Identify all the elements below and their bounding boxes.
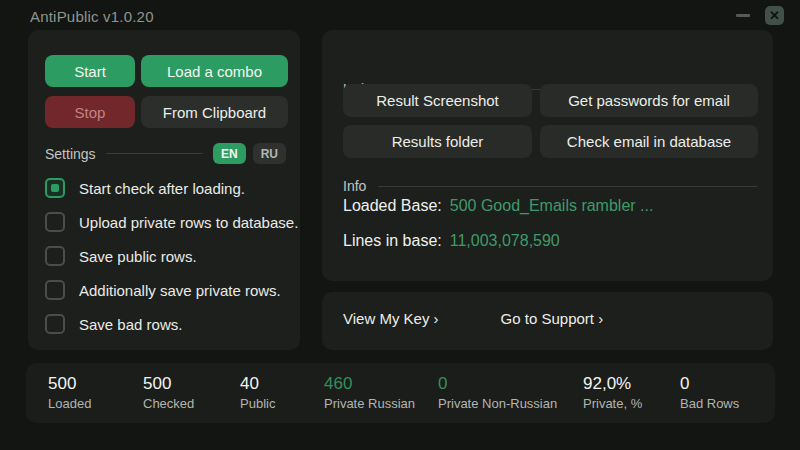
check-email-in-database-button[interactable]: Check email in database bbox=[540, 125, 758, 158]
settings-header: Settings EN RU bbox=[45, 143, 286, 164]
stat-loaded: 500 Loaded bbox=[48, 375, 143, 411]
info-header: Info bbox=[343, 178, 757, 194]
links-panel: View My Key › Go to Support › bbox=[322, 292, 773, 350]
action-buttons: Start Load a combo Stop From Clipboard bbox=[45, 55, 288, 128]
language-toggle-ru[interactable]: RU bbox=[253, 143, 286, 164]
stat-label: Private, % bbox=[583, 397, 680, 411]
links-row: View My Key › Go to Support › bbox=[343, 310, 603, 327]
close-icon: ✕ bbox=[769, 9, 780, 22]
settings-checkbox-list: Start check after loading. Upload privat… bbox=[45, 178, 298, 334]
info-label: Info bbox=[343, 178, 366, 194]
checkbox-label: Upload private rows to database. bbox=[79, 214, 298, 231]
stat-label: Loaded bbox=[48, 397, 143, 411]
control-panel: Start Load a combo Stop From Clipboard S… bbox=[28, 30, 300, 350]
checkbox-label: Save bad rows. bbox=[79, 316, 182, 333]
results-folder-button[interactable]: Results folder bbox=[343, 125, 532, 158]
from-clipboard-button[interactable]: From Clipboard bbox=[141, 96, 288, 128]
stat-bad-rows: 0 Bad Rows bbox=[680, 375, 739, 411]
stat-value: 460 bbox=[324, 375, 438, 394]
checkbox-label: Start check after loading. bbox=[79, 180, 245, 197]
stats-row: 500 Loaded 500 Checked 40 Public 460 Pri… bbox=[26, 363, 775, 423]
loaded-base-value: 500 Good_Emails rambler ... bbox=[450, 197, 654, 215]
lines-in-base-label: Lines in base: bbox=[343, 232, 442, 250]
stat-public: 40 Public bbox=[240, 375, 324, 411]
info-rows: Loaded Base: 500 Good_Emails rambler ...… bbox=[343, 197, 653, 254]
stat-checked: 500 Checked bbox=[143, 375, 240, 411]
stat-label: Private Russian bbox=[324, 397, 438, 411]
stat-private-russian: 460 Private Russian bbox=[324, 375, 438, 411]
close-button[interactable]: ✕ bbox=[765, 6, 784, 25]
checkbox-icon[interactable] bbox=[45, 280, 65, 300]
checkbox-save-public-rows[interactable]: Save public rows. bbox=[45, 246, 298, 266]
stat-value: 500 bbox=[143, 375, 240, 394]
info-divider bbox=[378, 186, 757, 187]
app-window: AntiPublic v1.0.20 ✕ Start Load a combo … bbox=[0, 0, 800, 450]
settings-label: Settings bbox=[45, 146, 96, 162]
helps-buttons: Result Screenshot Get passwords for emai… bbox=[343, 84, 758, 158]
language-toggle-en[interactable]: EN bbox=[213, 143, 246, 164]
loaded-base-label: Loaded Base: bbox=[343, 197, 442, 215]
helps-info-panel: Helps Result Screenshot Get passwords fo… bbox=[322, 30, 773, 281]
stat-value: 0 bbox=[680, 375, 739, 394]
checkbox-icon[interactable] bbox=[45, 246, 65, 266]
checkbox-label: Additionally save private rows. bbox=[79, 282, 281, 299]
result-screenshot-button[interactable]: Result Screenshot bbox=[343, 84, 532, 117]
stat-value: 500 bbox=[48, 375, 143, 394]
start-button[interactable]: Start bbox=[45, 55, 135, 87]
loaded-base-row: Loaded Base: 500 Good_Emails rambler ... bbox=[343, 197, 653, 219]
stat-value: 0 bbox=[438, 375, 583, 394]
stop-button[interactable]: Stop bbox=[45, 96, 135, 128]
checkbox-icon[interactable] bbox=[45, 212, 65, 232]
app-title: AntiPublic v1.0.20 bbox=[30, 8, 154, 25]
stat-value: 92,0% bbox=[583, 375, 680, 394]
settings-divider bbox=[106, 153, 203, 154]
stat-label: Checked bbox=[143, 397, 240, 411]
minimize-icon bbox=[736, 14, 750, 17]
checkbox-upload-private-rows[interactable]: Upload private rows to database. bbox=[45, 212, 298, 232]
checkbox-start-check-after-loading[interactable]: Start check after loading. bbox=[45, 178, 298, 198]
checkbox-icon[interactable] bbox=[45, 314, 65, 334]
checkbox-check-mark bbox=[51, 184, 59, 192]
lines-in-base-value: 11,003,078,590 bbox=[450, 232, 560, 250]
checkbox-icon[interactable] bbox=[45, 178, 65, 198]
stat-private-percent: 92,0% Private, % bbox=[583, 375, 680, 411]
minimize-button[interactable] bbox=[733, 6, 753, 25]
checkbox-additionally-save-private-rows[interactable]: Additionally save private rows. bbox=[45, 280, 298, 300]
load-combo-button[interactable]: Load a combo bbox=[141, 55, 288, 87]
view-my-key-link[interactable]: View My Key › bbox=[343, 310, 439, 327]
stat-value: 40 bbox=[240, 375, 324, 394]
checkbox-save-bad-rows[interactable]: Save bad rows. bbox=[45, 314, 298, 334]
go-to-support-link[interactable]: Go to Support › bbox=[501, 310, 604, 327]
stat-label: Public bbox=[240, 397, 324, 411]
stat-label: Private Non-Russian bbox=[438, 397, 583, 411]
stat-label: Bad Rows bbox=[680, 397, 739, 411]
title-bar: AntiPublic v1.0.20 ✕ bbox=[0, 0, 800, 30]
lines-in-base-row: Lines in base: 11,003,078,590 bbox=[343, 232, 653, 254]
window-controls: ✕ bbox=[733, 6, 784, 25]
get-passwords-for-email-button[interactable]: Get passwords for email bbox=[540, 84, 758, 117]
checkbox-label: Save public rows. bbox=[79, 248, 197, 265]
stats-bar: 500 Loaded 500 Checked 40 Public 460 Pri… bbox=[26, 363, 775, 423]
stat-private-non-russian: 0 Private Non-Russian bbox=[438, 375, 583, 411]
